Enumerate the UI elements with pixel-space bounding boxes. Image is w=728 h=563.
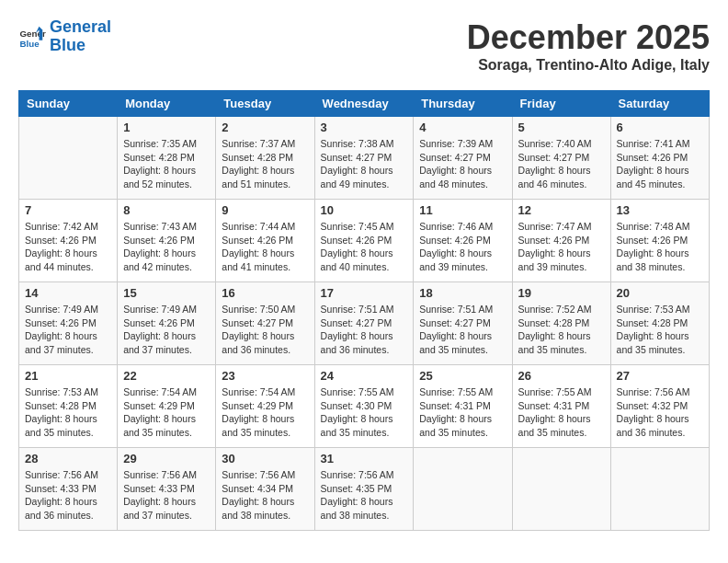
- day-of-week-header: Monday: [118, 91, 216, 117]
- day-number: 30: [222, 452, 308, 465]
- day-number: 10: [321, 203, 408, 217]
- day-number: 8: [123, 203, 210, 217]
- day-number: 14: [25, 286, 111, 300]
- calendar-day-cell: 2Sunrise: 7:37 AM Sunset: 4:28 PM Daylig…: [216, 117, 314, 200]
- day-number: 20: [617, 286, 703, 300]
- day-number: 21: [25, 369, 111, 383]
- calendar-week-row: 1Sunrise: 7:35 AM Sunset: 4:28 PM Daylig…: [19, 117, 710, 200]
- calendar-day-cell: 17Sunrise: 7:51 AM Sunset: 4:27 PM Dayli…: [314, 282, 414, 365]
- day-info: Sunrise: 7:55 AM Sunset: 4:31 PM Dayligh…: [419, 385, 506, 440]
- calendar-day-cell: 8Sunrise: 7:43 AM Sunset: 4:26 PM Daylig…: [118, 200, 216, 282]
- calendar-day-cell: 31Sunrise: 7:56 AM Sunset: 4:35 PM Dayli…: [314, 448, 414, 531]
- calendar-day-cell: 20Sunrise: 7:53 AM Sunset: 4:28 PM Dayli…: [610, 282, 709, 365]
- day-number: 7: [25, 203, 111, 217]
- calendar-day-cell: 23Sunrise: 7:54 AM Sunset: 4:29 PM Dayli…: [216, 365, 314, 448]
- day-number: 27: [617, 369, 703, 383]
- calendar-day-cell: 15Sunrise: 7:49 AM Sunset: 4:26 PM Dayli…: [118, 282, 216, 365]
- calendar-day-cell: 18Sunrise: 7:51 AM Sunset: 4:27 PM Dayli…: [414, 282, 512, 365]
- day-info: Sunrise: 7:39 AM Sunset: 4:27 PM Dayligh…: [419, 137, 506, 191]
- day-number: 9: [222, 203, 308, 217]
- day-info: Sunrise: 7:56 AM Sunset: 4:34 PM Dayligh…: [222, 468, 308, 523]
- day-number: 19: [518, 286, 605, 300]
- calendar-day-cell: 19Sunrise: 7:52 AM Sunset: 4:28 PM Dayli…: [512, 282, 610, 365]
- day-number: 16: [222, 286, 308, 300]
- day-info: Sunrise: 7:54 AM Sunset: 4:29 PM Dayligh…: [123, 385, 210, 440]
- calendar-day-cell: 24Sunrise: 7:55 AM Sunset: 4:30 PM Dayli…: [314, 365, 414, 448]
- top-bar: General Blue GeneralBlue December 2025 S…: [18, 18, 710, 83]
- day-number: 2: [222, 121, 308, 134]
- svg-text:Blue: Blue: [20, 38, 40, 48]
- calendar-day-cell: 16Sunrise: 7:50 AM Sunset: 4:27 PM Dayli…: [216, 282, 314, 365]
- day-info: Sunrise: 7:41 AM Sunset: 4:26 PM Dayligh…: [617, 137, 703, 191]
- logo-icon: General Blue: [18, 23, 46, 51]
- day-info: Sunrise: 7:42 AM Sunset: 4:26 PM Dayligh…: [25, 220, 111, 274]
- calendar-day-cell: [19, 117, 118, 200]
- logo-text: GeneralBlue: [50, 18, 111, 55]
- day-info: Sunrise: 7:49 AM Sunset: 4:26 PM Dayligh…: [123, 303, 210, 357]
- day-number: 4: [419, 121, 506, 134]
- day-info: Sunrise: 7:35 AM Sunset: 4:28 PM Dayligh…: [123, 137, 210, 191]
- day-info: Sunrise: 7:53 AM Sunset: 4:28 PM Dayligh…: [25, 385, 111, 440]
- day-info: Sunrise: 7:44 AM Sunset: 4:26 PM Dayligh…: [222, 220, 308, 274]
- day-number: 11: [419, 203, 506, 217]
- day-info: Sunrise: 7:47 AM Sunset: 4:26 PM Dayligh…: [518, 220, 605, 274]
- calendar-week-row: 21Sunrise: 7:53 AM Sunset: 4:28 PM Dayli…: [19, 365, 710, 448]
- calendar-body: 1Sunrise: 7:35 AM Sunset: 4:28 PM Daylig…: [19, 117, 710, 531]
- day-of-week-header: Sunday: [19, 91, 118, 117]
- month-title: December 2025: [467, 18, 710, 57]
- calendar-day-cell: 5Sunrise: 7:40 AM Sunset: 4:27 PM Daylig…: [512, 117, 610, 200]
- day-info: Sunrise: 7:48 AM Sunset: 4:26 PM Dayligh…: [617, 220, 703, 274]
- day-number: 25: [419, 369, 506, 383]
- day-number: 31: [321, 452, 408, 465]
- day-info: Sunrise: 7:56 AM Sunset: 4:35 PM Dayligh…: [321, 468, 408, 523]
- logo: General Blue GeneralBlue: [18, 18, 111, 55]
- day-info: Sunrise: 7:49 AM Sunset: 4:26 PM Dayligh…: [25, 303, 111, 357]
- day-number: 1: [123, 121, 210, 134]
- calendar-day-cell: [610, 448, 709, 531]
- day-info: Sunrise: 7:52 AM Sunset: 4:28 PM Dayligh…: [518, 303, 605, 357]
- day-number: 3: [321, 121, 408, 134]
- day-info: Sunrise: 7:37 AM Sunset: 4:28 PM Dayligh…: [222, 137, 308, 191]
- calendar-day-cell: 21Sunrise: 7:53 AM Sunset: 4:28 PM Dayli…: [19, 365, 118, 448]
- calendar-day-cell: 4Sunrise: 7:39 AM Sunset: 4:27 PM Daylig…: [414, 117, 512, 200]
- day-of-week-header: Thursday: [414, 91, 512, 117]
- day-number: 6: [617, 121, 703, 134]
- day-info: Sunrise: 7:54 AM Sunset: 4:29 PM Dayligh…: [222, 385, 308, 440]
- calendar-day-cell: 7Sunrise: 7:42 AM Sunset: 4:26 PM Daylig…: [19, 200, 118, 282]
- day-info: Sunrise: 7:50 AM Sunset: 4:27 PM Dayligh…: [222, 303, 308, 357]
- day-info: Sunrise: 7:46 AM Sunset: 4:26 PM Dayligh…: [419, 220, 506, 274]
- calendar-day-cell: 1Sunrise: 7:35 AM Sunset: 4:28 PM Daylig…: [118, 117, 216, 200]
- calendar-day-cell: [414, 448, 512, 531]
- calendar-day-cell: 6Sunrise: 7:41 AM Sunset: 4:26 PM Daylig…: [610, 117, 709, 200]
- calendar-day-cell: 28Sunrise: 7:56 AM Sunset: 4:33 PM Dayli…: [19, 448, 118, 531]
- day-info: Sunrise: 7:38 AM Sunset: 4:27 PM Dayligh…: [321, 137, 408, 191]
- day-of-week-header: Tuesday: [216, 91, 314, 117]
- calendar-day-cell: 26Sunrise: 7:55 AM Sunset: 4:31 PM Dayli…: [512, 365, 610, 448]
- calendar-day-cell: 14Sunrise: 7:49 AM Sunset: 4:26 PM Dayli…: [19, 282, 118, 365]
- calendar-day-cell: 13Sunrise: 7:48 AM Sunset: 4:26 PM Dayli…: [610, 200, 709, 282]
- calendar-day-cell: 29Sunrise: 7:56 AM Sunset: 4:33 PM Dayli…: [118, 448, 216, 531]
- day-info: Sunrise: 7:56 AM Sunset: 4:33 PM Dayligh…: [25, 468, 111, 523]
- day-number: 22: [123, 369, 210, 383]
- calendar-day-cell: 22Sunrise: 7:54 AM Sunset: 4:29 PM Dayli…: [118, 365, 216, 448]
- calendar-header-row: SundayMondayTuesdayWednesdayThursdayFrid…: [19, 91, 710, 117]
- calendar-week-row: 7Sunrise: 7:42 AM Sunset: 4:26 PM Daylig…: [19, 200, 710, 282]
- location-subtitle: Soraga, Trentino-Alto Adige, Italy: [467, 57, 710, 74]
- day-of-week-header: Saturday: [610, 91, 709, 117]
- calendar-day-cell: 10Sunrise: 7:45 AM Sunset: 4:26 PM Dayli…: [314, 200, 414, 282]
- calendar-week-row: 28Sunrise: 7:56 AM Sunset: 4:33 PM Dayli…: [19, 448, 710, 531]
- calendar-day-cell: [512, 448, 610, 531]
- calendar-day-cell: 9Sunrise: 7:44 AM Sunset: 4:26 PM Daylig…: [216, 200, 314, 282]
- day-number: 15: [123, 286, 210, 300]
- day-number: 23: [222, 369, 308, 383]
- day-info: Sunrise: 7:56 AM Sunset: 4:32 PM Dayligh…: [617, 385, 703, 440]
- day-of-week-header: Friday: [512, 91, 610, 117]
- calendar-day-cell: 12Sunrise: 7:47 AM Sunset: 4:26 PM Dayli…: [512, 200, 610, 282]
- day-number: 28: [25, 452, 111, 465]
- day-info: Sunrise: 7:40 AM Sunset: 4:27 PM Dayligh…: [518, 137, 605, 191]
- day-number: 26: [518, 369, 605, 383]
- calendar-day-cell: 30Sunrise: 7:56 AM Sunset: 4:34 PM Dayli…: [216, 448, 314, 531]
- calendar-day-cell: 27Sunrise: 7:56 AM Sunset: 4:32 PM Dayli…: [610, 365, 709, 448]
- day-number: 29: [123, 452, 210, 465]
- calendar-table: SundayMondayTuesdayWednesdayThursdayFrid…: [18, 90, 710, 531]
